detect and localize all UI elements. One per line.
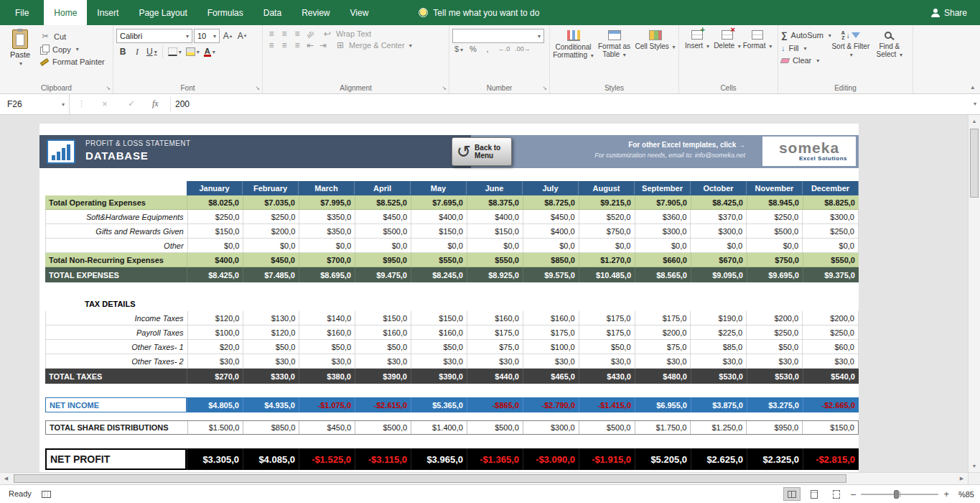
- value-cell[interactable]: $480,0: [635, 369, 691, 384]
- cancel-icon[interactable]: ×: [102, 98, 108, 109]
- value-cell[interactable]: $400,0: [411, 210, 467, 223]
- value-cell[interactable]: $270,0: [187, 369, 243, 384]
- value-cell[interactable]: $200,0: [243, 224, 299, 238]
- value-cell[interactable]: $7.905,0: [635, 195, 691, 209]
- value-cell[interactable]: $150,0: [411, 311, 467, 325]
- value-cell[interactable]: $200,0: [802, 311, 858, 325]
- value-cell[interactable]: $380,0: [299, 369, 355, 384]
- value-cell[interactable]: $30,0: [187, 354, 243, 368]
- label-net-income[interactable]: NET INCOME: [45, 397, 187, 412]
- value-cell[interactable]: $550,0: [803, 253, 859, 267]
- font-dialog-launcher[interactable]: ↘: [255, 85, 260, 91]
- clear-button[interactable]: Clear▾: [781, 56, 831, 65]
- tab-file[interactable]: File: [0, 0, 44, 25]
- value-cell[interactable]: $8.825,0: [803, 195, 859, 209]
- value-cell[interactable]: $7.035,0: [243, 195, 299, 209]
- value-cell[interactable]: $1.750,0: [635, 421, 691, 434]
- align-bottom-icon[interactable]: ≡: [291, 29, 303, 39]
- value-cell[interactable]: $300,0: [802, 210, 858, 223]
- value-cell[interactable]: $30,0: [355, 354, 411, 368]
- month-header-july[interactable]: July: [523, 181, 579, 195]
- format-painter-button[interactable]: Format Painter: [40, 57, 105, 66]
- clipboard-dialog-launcher[interactable]: ↘: [106, 85, 111, 91]
- value-cell[interactable]: $550,0: [467, 253, 523, 267]
- merge-center-button[interactable]: ⊞Merge & Center▾: [335, 40, 412, 50]
- month-header-april[interactable]: April: [355, 181, 411, 195]
- increase-font-size-button[interactable]: A▴: [221, 29, 234, 43]
- font-family-select[interactable]: Calibri▾: [116, 29, 192, 43]
- paste-button[interactable]: Paste ▾: [3, 27, 37, 82]
- wrap-text-button[interactable]: ↩Wrap Text: [322, 29, 371, 39]
- value-cell[interactable]: $400,0: [467, 210, 523, 223]
- value-cell[interactable]: $175,0: [579, 326, 635, 339]
- value-cell[interactable]: $50,0: [411, 340, 467, 354]
- value-cell[interactable]: $4.805,0: [187, 397, 243, 412]
- alignment-dialog-launcher[interactable]: ↘: [442, 85, 447, 91]
- value-cell[interactable]: $520,0: [579, 210, 635, 223]
- value-cell[interactable]: $7.485,0: [243, 267, 299, 282]
- value-cell[interactable]: $9.215,0: [579, 195, 635, 209]
- value-cell[interactable]: $85,0: [690, 340, 746, 354]
- value-cell[interactable]: $160,0: [299, 326, 355, 339]
- value-cell[interactable]: $30,0: [690, 354, 746, 368]
- value-cell[interactable]: $300,0: [635, 224, 691, 238]
- value-cell[interactable]: $250,0: [746, 326, 802, 339]
- tab-page-layout[interactable]: Page Layout: [129, 0, 197, 25]
- value-cell[interactable]: -$865,0: [467, 397, 523, 412]
- value-cell[interactable]: $3.965,0: [411, 448, 467, 470]
- align-left-icon[interactable]: ≡: [266, 40, 277, 50]
- value-cell[interactable]: $450,0: [355, 210, 411, 223]
- value-cell[interactable]: $6.955,0: [635, 397, 691, 412]
- value-cell[interactable]: $2.625,0: [691, 448, 747, 470]
- month-header-december[interactable]: December: [803, 181, 859, 195]
- value-cell[interactable]: -$2.665,0: [803, 397, 859, 412]
- value-cell[interactable]: -$3.090,0: [523, 448, 579, 470]
- value-cell[interactable]: $150,0: [802, 421, 858, 434]
- value-cell[interactable]: $8.425,0: [187, 267, 243, 282]
- value-cell[interactable]: $9.095,0: [691, 267, 747, 282]
- value-cell[interactable]: $750,0: [579, 224, 635, 238]
- label-total-expenses[interactable]: TOTAL EXPENSES: [45, 267, 187, 282]
- value-cell[interactable]: $175,0: [523, 326, 579, 339]
- value-cell[interactable]: $2.325,0: [747, 448, 803, 470]
- conditional-formatting-button[interactable]: Conditional Formatting ▾: [553, 27, 594, 82]
- zoom-out-button[interactable]: −: [850, 489, 856, 500]
- label-other-taxes-2[interactable]: Other Taxes- 2: [46, 354, 187, 368]
- value-cell[interactable]: $50,0: [579, 340, 635, 354]
- label-gifts-and-rewards-given[interactable]: Gifts and Rewards Given: [46, 224, 187, 238]
- zoom-level-label[interactable]: %85: [954, 490, 974, 499]
- autosum-button[interactable]: ∑AutoSum▾: [781, 30, 831, 40]
- value-cell[interactable]: $660,0: [635, 253, 691, 267]
- value-cell[interactable]: $175,0: [579, 311, 635, 325]
- month-header-august[interactable]: August: [579, 181, 635, 195]
- value-cell[interactable]: $30,0: [802, 354, 858, 368]
- month-header-february[interactable]: February: [243, 181, 299, 195]
- value-cell[interactable]: $8.725,0: [523, 195, 579, 209]
- value-cell[interactable]: $3.305,0: [187, 448, 243, 470]
- value-cell[interactable]: $30,0: [579, 354, 635, 368]
- value-cell[interactable]: $450,0: [299, 421, 355, 434]
- value-cell[interactable]: $250,0: [243, 210, 299, 223]
- name-box[interactable]: F26 ▾: [0, 94, 70, 114]
- bold-button[interactable]: B: [116, 45, 129, 59]
- value-cell[interactable]: $1.270,0: [579, 253, 635, 267]
- value-cell[interactable]: $8.245,0: [411, 267, 467, 282]
- value-cell[interactable]: $400,0: [187, 253, 243, 267]
- value-cell[interactable]: $160,0: [467, 311, 523, 325]
- value-cell[interactable]: $360,0: [635, 210, 691, 223]
- value-cell[interactable]: $1.250,0: [690, 421, 746, 434]
- value-cell[interactable]: $0,0: [690, 239, 746, 252]
- value-cell[interactable]: $0,0: [187, 239, 243, 252]
- find-select-button[interactable]: Find & Select ▾: [870, 27, 909, 82]
- value-cell[interactable]: $0,0: [467, 239, 523, 252]
- value-cell[interactable]: $160,0: [411, 326, 467, 339]
- value-cell[interactable]: $670,0: [691, 253, 747, 267]
- share-button[interactable]: Share: [923, 0, 976, 25]
- value-cell[interactable]: $75,0: [467, 340, 523, 354]
- accounting-format-icon[interactable]: $▾: [452, 45, 465, 53]
- scroll-up-arrow[interactable]: ▲: [969, 115, 980, 127]
- copy-button[interactable]: Copy▾: [40, 45, 105, 54]
- value-cell[interactable]: $100,0: [523, 340, 579, 354]
- tab-review[interactable]: Review: [291, 0, 340, 25]
- insert-cells-button[interactable]: Insert ▾: [682, 27, 712, 82]
